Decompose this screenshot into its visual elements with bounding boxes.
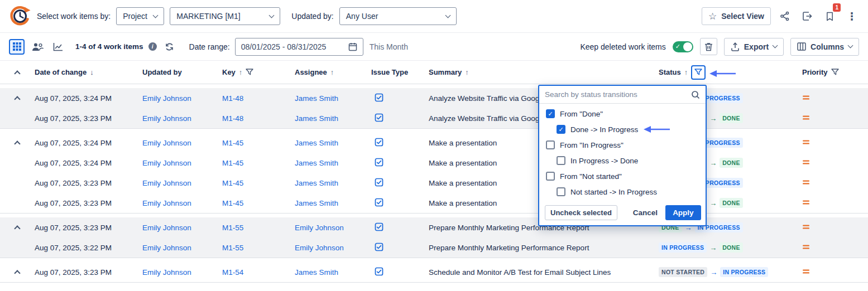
status-search-input[interactable]	[545, 90, 688, 99]
sort-asc-icon[interactable]: ↑	[684, 68, 688, 76]
sort-asc-icon[interactable]: ↑	[330, 68, 334, 76]
task-type-icon	[375, 178, 383, 187]
col-date-of-change[interactable]: Date of change ↓	[35, 68, 142, 76]
refresh-icon[interactable]	[162, 39, 178, 55]
delete-button[interactable]	[700, 38, 717, 55]
key-link[interactable]: M1-55	[222, 244, 243, 252]
col-priority[interactable]: Priority	[802, 68, 868, 76]
priority-medium-icon	[802, 158, 810, 166]
project-select[interactable]: MARKETING [M1]	[170, 7, 280, 25]
key-filter-icon[interactable]	[246, 69, 253, 76]
toolbar: 1-4 of 4 work items i Date range: 08/01/…	[0, 33, 868, 61]
sort-desc-icon[interactable]: ↓	[90, 68, 94, 76]
status-filter-popup: ✓From "Done"✓Done -> In ProgressFrom "In…	[538, 85, 707, 226]
key-link[interactable]: M1-55	[222, 224, 243, 232]
chart-view-button[interactable]	[50, 39, 66, 55]
sort-asc-icon[interactable]: ↑	[465, 68, 469, 76]
updated-by-link[interactable]: Emily Johnson	[142, 139, 191, 147]
filter-option[interactable]: From "Not started"	[539, 168, 706, 184]
calendar-icon	[348, 42, 357, 51]
updated-by-link[interactable]: Emily Johnson	[142, 244, 191, 252]
select-view-label: Select View	[721, 12, 764, 21]
key-link[interactable]: M1-48	[222, 114, 243, 123]
col-summary[interactable]: Summary ↑	[429, 68, 659, 76]
transition-arrow-icon: →	[709, 114, 717, 123]
table-row: Aug 07, 2025, 3:24 PMEmily JohnsonM1-45J…	[0, 153, 868, 173]
assignee-link[interactable]: Emily Johnson	[295, 224, 344, 232]
annotation-arrow-transition	[642, 125, 671, 134]
collapse-group-icon[interactable]	[14, 96, 20, 102]
people-view-button[interactable]	[30, 39, 45, 55]
updated-by-link[interactable]: Emily Johnson	[142, 224, 191, 232]
date-range-input[interactable]: 08/01/2025 - 08/31/2025	[235, 38, 363, 56]
key-link[interactable]: M1-45	[222, 159, 243, 167]
keep-deleted-toggle[interactable]: ✓	[673, 41, 693, 52]
col-key[interactable]: Key ↑	[222, 68, 295, 76]
collapse-group-icon[interactable]	[14, 270, 20, 276]
col-label: Updated by	[142, 68, 182, 76]
checkbox-unchecked-icon[interactable]	[557, 156, 565, 165]
status-filter-icon[interactable]	[691, 65, 706, 80]
assignee-link[interactable]: Emily Johnson	[295, 244, 344, 252]
columns-button[interactable]: Columns	[790, 38, 859, 56]
assignee-link[interactable]: James Smith	[295, 114, 338, 123]
checkbox-checked-icon[interactable]: ✓	[546, 109, 555, 118]
updated-by-link[interactable]: Emily Johnson	[142, 268, 191, 277]
transition-arrow-icon: →	[710, 268, 717, 277]
more-menu-icon[interactable]: ⋮	[843, 8, 860, 25]
select-view-button[interactable]: ☆ Select View	[702, 7, 771, 25]
table-row: Aug 07, 2025, 3:22 PMEmily JohnsonM1-55E…	[0, 237, 868, 258]
export-button[interactable]: Export	[724, 38, 784, 56]
filter-option[interactable]: Not started -> In Progress	[539, 184, 706, 200]
col-assignee[interactable]: Assignee ↑	[295, 68, 371, 76]
updated-by-label: Updated by:	[291, 12, 334, 21]
user-select[interactable]: Any User	[339, 7, 457, 25]
priority-medium-icon	[802, 243, 810, 251]
updated-by-link[interactable]: Emily Johnson	[142, 159, 191, 167]
collapse-group-icon[interactable]	[14, 140, 20, 147]
assignee-link[interactable]: James Smith	[295, 159, 338, 167]
info-icon[interactable]: i	[148, 42, 157, 51]
col-updated-by[interactable]: Updated by	[142, 68, 222, 76]
priority-filter-icon[interactable]	[831, 69, 839, 76]
whats-new-icon[interactable]: 1	[821, 8, 838, 25]
apply-button[interactable]: Apply	[665, 205, 701, 220]
status-cell: IN PROGRESS→DONE	[659, 243, 802, 253]
filter-option[interactable]: ✓Done -> In Progress	[539, 122, 706, 137]
assignee-link[interactable]: James Smith	[295, 179, 338, 187]
checkbox-unchecked-icon[interactable]	[546, 140, 555, 149]
checkbox-unchecked-icon[interactable]	[546, 172, 555, 181]
filter-option-label: In Progress -> Done	[570, 157, 638, 165]
share-icon[interactable]	[776, 8, 793, 25]
updated-by-link[interactable]: Emily Johnson	[142, 114, 191, 123]
uncheck-selected-button[interactable]: Uncheck selected	[545, 205, 617, 220]
key-link[interactable]: M1-54	[222, 268, 243, 277]
key-link[interactable]: M1-45	[222, 179, 243, 187]
key-link[interactable]: M1-45	[222, 139, 243, 147]
assignee-link[interactable]: James Smith	[295, 139, 338, 147]
key-link[interactable]: M1-45	[222, 199, 243, 207]
star-icon: ☆	[708, 12, 717, 21]
updated-by-link[interactable]: Emily Johnson	[142, 94, 191, 103]
scope-dropdown-value: Project	[123, 12, 147, 21]
work-item-group: Aug 07, 2025, 3:24 PMEmily JohnsonM1-45J…	[0, 133, 868, 214]
sort-asc-icon[interactable]: ↑	[239, 68, 243, 76]
col-issue-type[interactable]: Issue Type	[371, 68, 429, 76]
filter-option[interactable]: ✓From "Done"	[539, 106, 706, 122]
filter-option[interactable]: In Progress -> Done	[539, 153, 706, 168]
updated-by-link[interactable]: Emily Johnson	[142, 179, 191, 187]
collapse-group-icon[interactable]	[14, 225, 20, 231]
key-link[interactable]: M1-48	[222, 94, 243, 103]
filter-option[interactable]: From "In Progress"	[539, 137, 706, 153]
assignee-link[interactable]: James Smith	[295, 94, 338, 103]
external-link-icon[interactable]	[799, 8, 816, 25]
checkbox-checked-icon[interactable]: ✓	[557, 125, 565, 134]
cancel-button[interactable]: Cancel	[633, 205, 658, 220]
table-view-button[interactable]	[9, 39, 25, 55]
collapse-all-icon[interactable]	[14, 70, 20, 76]
assignee-link[interactable]: James Smith	[295, 199, 338, 207]
assignee-link[interactable]: James Smith	[295, 268, 338, 277]
scope-dropdown[interactable]: Project	[116, 7, 164, 25]
checkbox-unchecked-icon[interactable]	[557, 187, 565, 196]
updated-by-link[interactable]: Emily Johnson	[142, 199, 191, 207]
